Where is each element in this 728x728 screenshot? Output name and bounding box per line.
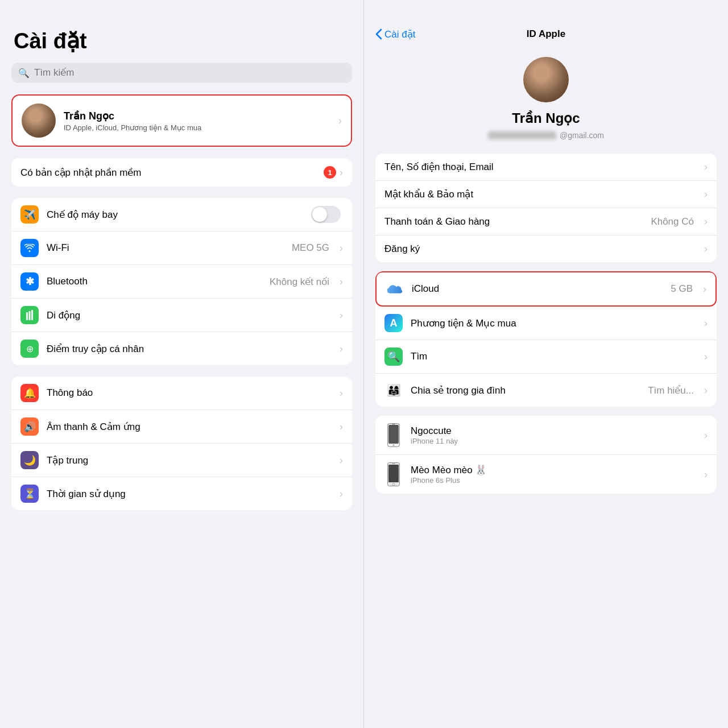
right-panel: Cài đặt ID Apple Trần Ngọc @gmail.com Tê… bbox=[364, 0, 728, 728]
chevron-right-icon: › bbox=[340, 387, 343, 399]
back-label: Cài đặt bbox=[384, 28, 415, 40]
chevron-right-icon: › bbox=[704, 161, 708, 173]
device-ngoccute[interactable]: Ngoccute iPhone 11 này › bbox=[375, 416, 717, 455]
iphone11-icon bbox=[384, 423, 403, 448]
notifications-icon-box: 🔔 bbox=[20, 384, 39, 402]
devices-group: Ngoccute iPhone 11 này › Mèo Mèo mèo 🐰 i… bbox=[375, 416, 717, 494]
chevron-right-icon: › bbox=[340, 421, 343, 433]
update-item[interactable]: Có bản cập nhật phần mềm 1 › bbox=[11, 158, 352, 187]
mobile-item[interactable]: Di động › bbox=[11, 299, 352, 332]
subscriptions-label: Đăng ký bbox=[384, 243, 696, 255]
hotspot-item[interactable]: ⊕ Điểm truy cập cá nhân › bbox=[11, 332, 352, 365]
airplane-icon-box: ✈️ bbox=[20, 205, 39, 224]
chevron-right-icon: › bbox=[704, 351, 708, 363]
update-badge: 1 bbox=[324, 166, 336, 179]
nav-title: ID Apple bbox=[527, 28, 565, 40]
svg-rect-8 bbox=[388, 465, 399, 482]
right-profile-email: @gmail.com bbox=[488, 131, 604, 140]
chevron-right-icon: › bbox=[704, 243, 708, 255]
icloud-icon-box bbox=[386, 280, 404, 298]
chevron-right-icon: › bbox=[704, 216, 708, 228]
chevron-right-icon: › bbox=[704, 429, 708, 441]
profile-info: Trần Ngọc ID Apple, iCloud, Phương tiện … bbox=[64, 110, 330, 132]
payment-shipping-item[interactable]: Thanh toán & Giao hàng Không Có › bbox=[375, 208, 717, 235]
family-sharing-item[interactable]: 👨‍👩‍👧 Chia sẻ trong gia đình Tìm hiểu...… bbox=[375, 374, 717, 407]
subscriptions-item[interactable]: Đăng ký › bbox=[375, 235, 717, 262]
wifi-value: MEO 5G bbox=[292, 242, 329, 254]
appstore-icon-box: A bbox=[384, 314, 403, 332]
wifi-item[interactable]: Wi-Fi MEO 5G › bbox=[11, 231, 352, 265]
notifications-group: 🔔 Thông báo › 🔊 Âm thanh & Cảm ứng › 🌙 T… bbox=[11, 377, 352, 510]
svg-rect-5 bbox=[392, 424, 395, 425]
wifi-icon-box bbox=[20, 239, 39, 257]
find-icon-box: 🔍 bbox=[384, 348, 403, 366]
screentime-item[interactable]: ⏳ Thời gian sử dụng › bbox=[11, 477, 352, 510]
find-item[interactable]: 🔍 Tìm › bbox=[375, 340, 717, 374]
right-avatar bbox=[523, 57, 569, 102]
right-profile-section: Trần Ngọc @gmail.com bbox=[364, 46, 728, 154]
account-group: Tên, Số điện thoại, Email › Mật khẩu & B… bbox=[375, 154, 717, 262]
profile-subtitle: ID Apple, iCloud, Phương tiện & Mục mua bbox=[64, 123, 330, 132]
mobile-label: Di động bbox=[47, 309, 332, 321]
notifications-item[interactable]: 🔔 Thông báo › bbox=[11, 377, 352, 410]
payment-value: Không Có bbox=[651, 216, 694, 228]
chevron-right-icon: › bbox=[703, 283, 706, 295]
chevron-right-icon: › bbox=[338, 115, 342, 127]
left-panel: Cài đặt 🔍 Trần Ngọc ID Apple, iCloud, Ph… bbox=[0, 0, 364, 728]
meomeo-info: Mèo Mèo mèo 🐰 iPhone 6s Plus bbox=[411, 464, 696, 485]
right-profile-name: Trần Ngọc bbox=[512, 110, 580, 126]
back-button[interactable]: Cài đặt bbox=[375, 28, 415, 40]
mobile-icon-box bbox=[20, 306, 39, 324]
ngoccute-name: Ngoccute bbox=[411, 425, 696, 437]
airplane-toggle[interactable] bbox=[311, 206, 341, 223]
search-bar[interactable]: 🔍 bbox=[11, 63, 352, 83]
bluetooth-item[interactable]: ✱ Bluetooth Không kết nối › bbox=[11, 265, 352, 299]
screentime-icon-box: ⏳ bbox=[20, 485, 39, 503]
bluetooth-icon-box: ✱ bbox=[20, 272, 39, 291]
bluetooth-label: Bluetooth bbox=[47, 276, 262, 287]
chevron-right-icon: › bbox=[340, 343, 343, 355]
chevron-right-icon: › bbox=[340, 309, 343, 321]
icloud-item[interactable]: iCloud 5 GB › bbox=[375, 271, 717, 307]
name-phone-email-label: Tên, Số điện thoại, Email bbox=[384, 161, 696, 173]
hotspot-label: Điểm truy cập cá nhân bbox=[47, 343, 332, 355]
update-group: Có bản cập nhật phần mềm 1 › bbox=[11, 158, 352, 187]
chevron-right-icon: › bbox=[704, 188, 708, 200]
find-label: Tìm bbox=[411, 351, 696, 362]
profile-card[interactable]: Trần Ngọc ID Apple, iCloud, Phương tiện … bbox=[11, 94, 352, 147]
wifi-label: Wi-Fi bbox=[47, 242, 284, 254]
ngoccute-model: iPhone 11 này bbox=[411, 437, 696, 445]
family-value: Tìm hiểu... bbox=[648, 384, 694, 396]
payment-shipping-label: Thanh toán & Giao hàng bbox=[384, 216, 643, 228]
chevron-right-icon: › bbox=[340, 167, 343, 179]
chevron-right-icon: › bbox=[340, 488, 343, 500]
email-suffix: @gmail.com bbox=[560, 131, 604, 140]
airplane-mode-item[interactable]: ✈️ Chế độ máy bay bbox=[11, 198, 352, 231]
connectivity-group: ✈️ Chế độ máy bay Wi-Fi MEO 5G › ✱ Bluet… bbox=[11, 198, 352, 365]
notifications-label: Thông báo bbox=[47, 387, 332, 399]
media-purchases-item[interactable]: A Phương tiện & Mục mua › bbox=[375, 307, 717, 340]
bluetooth-value: Không kết nối bbox=[270, 276, 329, 288]
sounds-item[interactable]: 🔊 Âm thanh & Cảm ứng › bbox=[11, 410, 352, 444]
chevron-right-icon: › bbox=[340, 276, 343, 288]
chevron-right-icon: › bbox=[340, 454, 343, 466]
device-meomeo[interactable]: Mèo Mèo mèo 🐰 iPhone 6s Plus › bbox=[375, 455, 717, 494]
meomeo-name: Mèo Mèo mèo 🐰 bbox=[411, 464, 696, 476]
airplane-label: Chế độ máy bay bbox=[47, 209, 303, 221]
nav-bar: Cài đặt ID Apple bbox=[364, 0, 728, 46]
sounds-label: Âm thanh & Cảm ứng bbox=[47, 421, 332, 433]
svg-rect-2 bbox=[31, 310, 33, 320]
update-label: Có bản cập nhật phần mềm bbox=[20, 167, 324, 179]
family-label: Chia sẻ trong gia đình bbox=[411, 384, 640, 396]
avatar bbox=[22, 104, 56, 138]
icloud-label: iCloud bbox=[412, 283, 663, 295]
media-purchases-label: Phương tiện & Mục mua bbox=[411, 317, 696, 329]
page-title: Cài đặt bbox=[11, 28, 352, 53]
password-security-item[interactable]: Mật khẩu & Bảo mật › bbox=[375, 181, 717, 208]
focus-item[interactable]: 🌙 Tập trung › bbox=[11, 444, 352, 477]
svg-rect-1 bbox=[29, 311, 31, 320]
name-phone-email-item[interactable]: Tên, Số điện thoại, Email › bbox=[375, 154, 717, 181]
hotspot-icon-box: ⊕ bbox=[20, 340, 39, 358]
focus-label: Tập trung bbox=[47, 454, 332, 466]
search-input[interactable] bbox=[34, 67, 345, 78]
